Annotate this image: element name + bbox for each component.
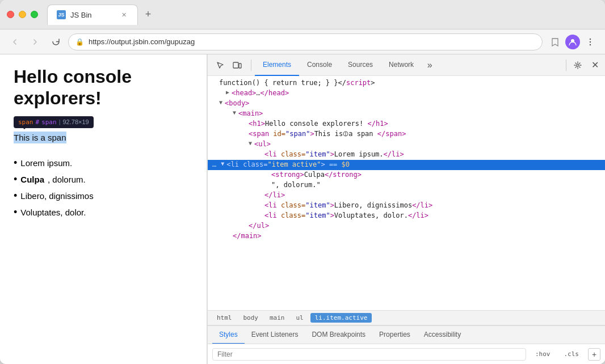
list-item-bold: Culpa [20, 175, 44, 184]
devtools-toolbar: Elements Console Sources Network » [208, 54, 605, 76]
dom-line: <h1>Hello console explorers! </h1> [208, 119, 605, 129]
breadcrumb-bar: html body main ul li.item.active [208, 310, 605, 325]
tab-console[interactable]: Console [299, 54, 340, 76]
dom-line: <strong>Culpa</strong> [208, 170, 605, 180]
hov-filter-button[interactable]: :hov [531, 349, 555, 359]
add-style-button[interactable]: + [588, 348, 600, 361]
devtools-panel: Elements Console Sources Network » [207, 54, 605, 364]
list-item: Lorem ipsum. [14, 155, 193, 171]
tab-dom-breakpoints[interactable]: DOM Breakpoints [305, 326, 372, 344]
highlighted-span: This is a span [14, 132, 66, 143]
expand-body[interactable]: ▼ [219, 99, 225, 105]
new-tab-button[interactable]: + [140, 7, 156, 23]
svg-point-6 [577, 64, 579, 66]
tab-favicon: JS [57, 10, 66, 19]
svg-point-1 [590, 38, 591, 39]
dom-line: </main> [208, 231, 605, 242]
forward-button[interactable] [27, 34, 43, 50]
page-heading: Hello console explorers! [14, 66, 193, 109]
tab-event-listeners[interactable]: Event Listeners [245, 326, 305, 344]
bookmark-button[interactable] [547, 34, 563, 50]
more-tabs-button[interactable]: » [422, 57, 438, 73]
minimize-window-button[interactable] [19, 11, 26, 18]
expand-main[interactable]: ▼ [233, 109, 238, 116]
dom-line: <li class="item">Libero, dignissimos</li… [208, 201, 605, 211]
dom-line: <li class="item">Voluptates, dolor.</li> [208, 211, 605, 221]
styles-filter-input[interactable] [212, 348, 526, 361]
tab-styles[interactable]: Styles [212, 326, 245, 344]
dom-line: </ul> [208, 221, 605, 231]
expand-head[interactable]: ▶ [226, 89, 232, 95]
traffic-lights [7, 11, 38, 18]
breadcrumb-html[interactable]: html [212, 313, 237, 323]
tab-close-button[interactable]: ✕ [119, 10, 128, 19]
dom-line-selected[interactable]: … ▼ <li class="item active"> == $0 [208, 160, 605, 170]
tab-bar: JS JS Bin ✕ + [47, 5, 598, 25]
tooltip-tag: span [18, 118, 33, 126]
tab-elements[interactable]: Elements [255, 54, 299, 76]
browser-content: Hello console explorers! span#span | 92.… [0, 54, 605, 364]
list-item-text: Voluptates, dolor. [20, 208, 86, 217]
breadcrumb-main[interactable]: main [265, 313, 289, 323]
tab-properties[interactable]: Properties [372, 326, 417, 344]
devtools-close-button[interactable]: ✕ [587, 57, 603, 73]
dom-line: ▶ <head>…</head> [208, 88, 605, 99]
devtools-tabs: Elements Console Sources Network » [255, 54, 562, 76]
list-item: Voluptates, dolor. [14, 204, 193, 221]
lock-icon: 🔒 [75, 38, 84, 46]
browser-window: JS JS Bin ✕ + 🔒 https://output.jsbin.com… [0, 0, 605, 364]
list-item-text: Libero, dignissimos [20, 191, 93, 201]
filter-bar: :hov .cls + [208, 344, 605, 364]
list-item-text: , dolorum. [48, 175, 86, 184]
reload-button[interactable] [48, 34, 64, 50]
list-item-text: Lorem ipsum. [20, 158, 72, 168]
device-toggle-icon[interactable] [229, 57, 245, 73]
dom-line: <li class="item">Lorem ipsum.</li> [208, 150, 605, 160]
inspect-element-icon[interactable] [212, 57, 228, 73]
dom-line: ▼ <main> [208, 109, 605, 119]
breadcrumb-active[interactable]: li.item.active [310, 313, 372, 323]
title-bar: JS JS Bin ✕ + [0, 0, 605, 29]
cls-filter-button[interactable]: .cls [560, 349, 584, 359]
tab-accessibility[interactable]: Accessibility [417, 326, 468, 344]
devtools-icons [210, 57, 247, 73]
devtools-settings-button[interactable] [570, 57, 586, 73]
svg-rect-4 [233, 62, 238, 68]
tooltip-dimensions: 92.78×19 [62, 118, 89, 125]
element-tooltip: span#span | 92.78×19 [14, 116, 94, 128]
breadcrumb-ul[interactable]: ul [292, 313, 308, 323]
page-list: Lorem ipsum. Culpa, dolorum. Libero, dig… [14, 155, 193, 221]
dom-tree: function() { return true; } }</script> ▶… [208, 76, 605, 310]
dom-line: ▼ <body> [208, 99, 605, 109]
more-options-button[interactable] [582, 34, 598, 50]
toolbar-divider-2 [566, 60, 566, 71]
dom-line: </li> [208, 191, 605, 201]
tab-network[interactable]: Network [381, 54, 422, 76]
url-text: https://output.jsbin.com/gupuzag [89, 37, 535, 46]
expand-ul[interactable]: ▼ [249, 140, 254, 146]
dom-line: <span id="span">This isa span </span> [208, 129, 605, 139]
toolbar-divider [251, 60, 251, 71]
webpage-preview: Hello console explorers! span#span | 92.… [0, 54, 207, 364]
fullscreen-window-button[interactable] [31, 11, 38, 18]
list-item: Libero, dignissimos [14, 188, 193, 204]
dom-line: ", dolorum." [208, 180, 605, 191]
list-item: Culpa, dolorum. [14, 171, 193, 188]
tooltip-hash: # [36, 118, 40, 126]
svg-point-3 [590, 44, 591, 45]
back-button[interactable] [7, 34, 23, 50]
svg-rect-5 [239, 64, 241, 68]
user-avatar[interactable] [565, 35, 580, 49]
tab-sources[interactable]: Sources [340, 54, 381, 76]
address-bar[interactable]: 🔒 https://output.jsbin.com/gupuzag [68, 33, 543, 50]
dom-line: function() { return true; } }</script> [208, 78, 605, 88]
tooltip-id: span [41, 118, 57, 126]
active-tab[interactable]: JS JS Bin ✕ [47, 5, 138, 25]
tab-title: JS Bin [70, 11, 92, 19]
close-window-button[interactable] [7, 11, 14, 18]
breadcrumb-body[interactable]: body [239, 313, 263, 323]
nav-actions [547, 34, 598, 50]
svg-point-2 [590, 41, 591, 42]
nav-bar: 🔒 https://output.jsbin.com/gupuzag [0, 29, 605, 54]
dom-line: ▼ <ul> [208, 139, 605, 150]
